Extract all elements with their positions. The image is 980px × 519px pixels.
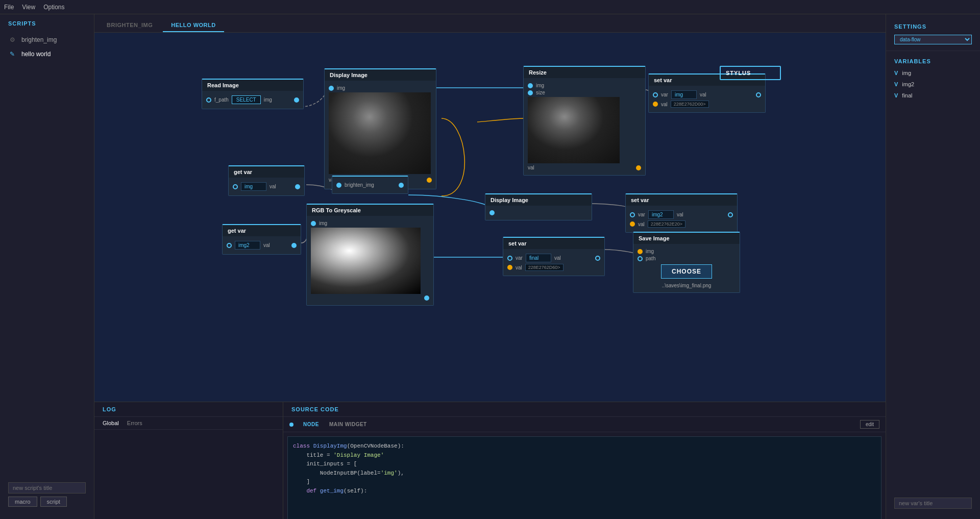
- node-set-var-3: set var var final val val 228E2762D60>: [503, 237, 605, 276]
- rgb-grey-body: img: [307, 216, 433, 305]
- new-var-input[interactable]: [894, 498, 972, 509]
- source-tab-node[interactable]: NODE: [301, 421, 321, 428]
- brighten-label: brighten_img: [345, 182, 374, 188]
- display-image-1-preview: [329, 92, 431, 174]
- log-tab-errors[interactable]: Errors: [127, 419, 142, 427]
- di2-img-port: [489, 210, 495, 215]
- resize-preview: [528, 97, 620, 163]
- set-var-2-val-out-port: [728, 212, 733, 217]
- set-var-1-port: [653, 92, 658, 97]
- get-var-2-val-port: [291, 243, 297, 248]
- select-button[interactable]: SELECT: [232, 95, 261, 104]
- set-var-2-val-out-label: val: [677, 212, 683, 217]
- menu-file[interactable]: File: [4, 4, 14, 11]
- resize-size-label: size: [536, 90, 545, 95]
- log-tabs: Global Errors: [94, 417, 283, 430]
- menu-view[interactable]: View: [22, 4, 35, 11]
- set-var-3-var-row: var final val: [507, 254, 600, 262]
- log-tab-global[interactable]: Global: [103, 419, 119, 427]
- variable-item-final[interactable]: V final: [886, 90, 980, 101]
- variable-item-img[interactable]: V img: [886, 67, 980, 79]
- node-save-image: Save Image img path CHOOSE ..\saves\img_…: [633, 232, 740, 293]
- set-var-1-val-badge: 228E2762D00>: [671, 101, 709, 108]
- bottom-panels: LOG Global Errors SOURCE CODE NODE MAIN …: [94, 402, 886, 519]
- get-var-1-value: img: [241, 182, 266, 191]
- tab-hello-world[interactable]: HELLO WORLD: [163, 19, 224, 32]
- settings-dropdown[interactable]: data-flow: [894, 35, 972, 44]
- sidebar: SCRIPTS ⚙ brighten_img ✎ hello world mac…: [0, 14, 94, 519]
- set-var-2-var-value: img2: [648, 210, 674, 219]
- val-out-port: [427, 178, 432, 183]
- edit-button[interactable]: edit: [860, 420, 879, 429]
- right-panel: SETTINGS data-flow VARIABLES V img V img…: [886, 14, 980, 519]
- save-path-port: [638, 256, 643, 261]
- set-var-2-var-label: var: [638, 212, 645, 217]
- macro-button[interactable]: macro: [8, 497, 37, 507]
- node-read-image-fpath-row: f_path SELECT img: [206, 95, 299, 104]
- node-read-image-body: f_path SELECT img: [202, 91, 303, 109]
- node-display-image-1-body: img val (2400, 1600): [325, 81, 436, 189]
- fpath-port: [206, 97, 211, 103]
- choose-button[interactable]: CHOOSE: [661, 264, 712, 279]
- rgb-grey-out-port: [424, 295, 429, 301]
- di2-img-row: [489, 210, 587, 215]
- var-arrow-img2: V: [894, 81, 898, 87]
- menubar: File View Options: [0, 0, 980, 14]
- var-label-img2: img2: [902, 81, 914, 87]
- code-line-2: title = 'Display Image': [293, 451, 876, 460]
- get-var-1-row: img val: [233, 182, 300, 191]
- settings-row: data-flow: [886, 33, 980, 46]
- var-arrow-final: V: [894, 92, 898, 98]
- code-line-3: init_inputs = [: [293, 460, 876, 469]
- display-img-port-row: img: [329, 85, 432, 91]
- sidebar-item-hello-world[interactable]: ✎ hello world: [0, 47, 94, 61]
- set-var-3-val-out-label: val: [554, 255, 561, 261]
- sidebar-buttons: macro script: [8, 497, 86, 507]
- node-brighten-body: brighten_img: [332, 177, 408, 193]
- img-in-port: [329, 86, 334, 91]
- code-area: class DisplayImg(OpenCVNodeBase): title …: [287, 436, 881, 519]
- right-bottom: [886, 493, 980, 513]
- set-var-2-val-row: val 228E2762E20>: [630, 220, 733, 228]
- code-line-5: ]: [293, 478, 876, 487]
- resize-size-port: [528, 90, 533, 95]
- sidebar-item-brighten-img[interactable]: ⚙ brighten_img: [0, 33, 94, 47]
- node-get-var-2: get var img2 val: [222, 224, 301, 255]
- new-script-input[interactable]: [8, 482, 86, 493]
- set-var-3-var-label: var: [516, 255, 523, 261]
- set-var-1-body: var img val val 228E2762D00>: [649, 86, 765, 112]
- set-var-3-val-in-port: [507, 265, 512, 270]
- set-var-3-val-row: val 228E2762D60>: [507, 264, 600, 271]
- set-var-3-val-badge: 228E2762D60>: [525, 264, 564, 271]
- tab-brighten-img[interactable]: BRIGHTEN_IMG: [99, 19, 161, 32]
- set-var-3-port: [507, 256, 512, 261]
- canvas-area[interactable]: Read Image f_path SELECT img Display Ima…: [94, 33, 886, 402]
- set-var-3-title: set var: [503, 238, 604, 249]
- sidebar-title: SCRIPTS: [0, 20, 94, 33]
- node-display-image-1: Display Image img val (2400, 1600): [324, 68, 436, 189]
- set-var-2-val-badge: 228E2762E20>: [648, 220, 685, 228]
- node-rgb-grey: RGB To Greyscale img: [306, 204, 434, 306]
- source-title: SOURCE CODE: [283, 402, 886, 417]
- set-var-3-val-out-port: [595, 256, 600, 261]
- node-brighten: brighten_img: [332, 176, 408, 194]
- set-var-1-val-row: val 228E2762D00>: [653, 101, 761, 108]
- set-var-1-val-in-label: val: [661, 102, 668, 107]
- set-var-2-val-in-label: val: [638, 221, 645, 227]
- gear-icon: ⚙: [8, 36, 16, 44]
- node-read-image: Read Image f_path SELECT img: [202, 79, 304, 109]
- resize-img-port: [528, 83, 533, 88]
- variable-item-img2[interactable]: V img2: [886, 79, 980, 90]
- node-stylus: STYLUS: [720, 66, 781, 80]
- save-img-label: img: [646, 249, 654, 254]
- get-var-1-body: img val: [229, 178, 304, 195]
- tabs-bar: BRIGHTEN_IMG HELLO WORLD: [94, 14, 886, 33]
- script-button[interactable]: script: [40, 497, 67, 507]
- settings-title: SETTINGS: [886, 20, 980, 33]
- menu-options[interactable]: Options: [43, 4, 64, 11]
- get-var-2-body: img2 val: [223, 236, 301, 254]
- log-title: LOG: [94, 402, 283, 417]
- rgb-grey-img-port: [311, 221, 316, 226]
- node-resize-body: img size val: [524, 78, 645, 175]
- source-tab-main-widget[interactable]: MAIN WIDGET: [327, 421, 369, 428]
